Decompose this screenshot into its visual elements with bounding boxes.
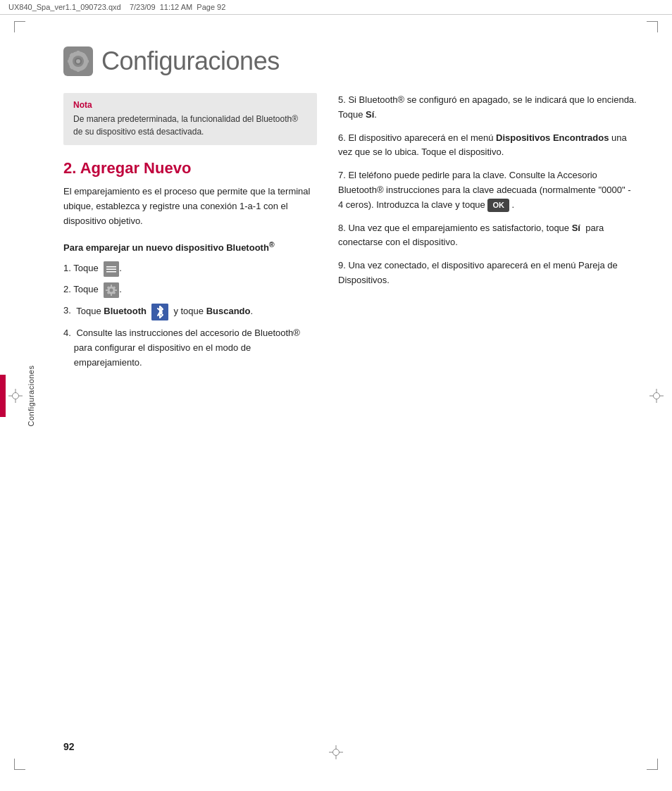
gear-icon-large xyxy=(63,46,93,76)
svg-rect-22 xyxy=(111,294,112,296)
side-tab-label: Configuraciones xyxy=(27,365,35,426)
right-step-7-text: 7. El teléfono puede pedirle para la cla… xyxy=(338,170,631,210)
step-3: 3. Toque Bluetooth y toque Buscando. xyxy=(63,304,317,320)
step-2-content: . xyxy=(104,282,317,298)
step-4-content: Consulte las instrucciones del accesorio… xyxy=(74,326,317,370)
left-column: Nota De manera predeterminada, la funcio… xyxy=(63,93,317,376)
section-body: El emparejamiento es el proceso que perm… xyxy=(63,185,317,228)
right-step-8: 8. Una vez que el emparejamiento es sati… xyxy=(338,221,637,251)
corner-mark-tr xyxy=(647,21,658,32)
right-step-9-text: 9. Una vez conectado, el dispositivo apa… xyxy=(338,260,618,285)
corner-mark-bl xyxy=(14,759,25,770)
right-step-5: 5. Si Bluetooth® se configuró en apagado… xyxy=(338,93,637,123)
corner-mark-tl xyxy=(14,21,25,32)
right-step-8-text: 8. Una vez que el emparejamiento es sati… xyxy=(338,223,604,248)
svg-rect-16 xyxy=(106,269,116,270)
right-step-6-text: 6. El dispositivo aparecerá en el menú D… xyxy=(338,132,627,158)
right-step-6: 6. El dispositivo aparecerá en el menú D… xyxy=(338,131,637,161)
right-step-7: 7. El teléfono puede pedirle para la cla… xyxy=(338,168,637,212)
step-2: 2. Toque xyxy=(63,282,317,298)
corner-mark-br xyxy=(647,759,658,770)
icon-menu xyxy=(104,261,119,277)
right-column: 5. Si Bluetooth® se configuró en apagado… xyxy=(338,93,637,376)
page-title-area: Configuraciones xyxy=(63,46,637,76)
right-step-5-text: 5. Si Bluetooth® se configuró en apagado… xyxy=(338,94,637,120)
right-step-9: 9. Una vez conectado, el dispositivo apa… xyxy=(338,259,637,288)
svg-rect-23 xyxy=(106,289,108,291)
subheading-text: Para emparejar un nuevo dispositivo Blue… xyxy=(63,242,275,253)
crosshair-right xyxy=(649,389,664,403)
step-2-num: 2. Toque xyxy=(63,282,101,297)
note-text: De manera predeterminada, la funcionalid… xyxy=(73,113,307,138)
step-4: 4. Consulte las instrucciones del acceso… xyxy=(63,326,317,370)
svg-rect-5 xyxy=(77,68,80,72)
header-time: 11:12 AM xyxy=(160,3,192,11)
note-title: Nota xyxy=(73,100,307,110)
subsection-heading: Para emparejar un nuevo dispositivo Blue… xyxy=(63,238,317,254)
side-tab-container: Configuraciones xyxy=(0,141,28,650)
side-tab-bar xyxy=(0,375,6,417)
main-content: Configuraciones Nota De manera predeterm… xyxy=(63,35,637,735)
section-heading: 2. Agregar Nuevo xyxy=(63,159,317,177)
header-date: 7/23/09 xyxy=(130,3,156,11)
svg-rect-4 xyxy=(77,51,80,54)
note-box: Nota De manera predeterminada, la funcio… xyxy=(63,93,317,145)
step-1-num: 1. Toque xyxy=(63,261,101,276)
svg-rect-17 xyxy=(106,271,116,273)
svg-rect-6 xyxy=(68,60,71,63)
header-spacer xyxy=(121,3,130,11)
header-filename: UX840_Spa_ver1.1_090723.qxd xyxy=(8,3,121,11)
step-1-content: . xyxy=(104,261,317,277)
page-number: 92 xyxy=(63,741,75,752)
svg-rect-15 xyxy=(106,266,116,268)
page-title: Configuraciones xyxy=(101,46,280,76)
svg-point-13 xyxy=(76,59,80,63)
header-page: Page 92 xyxy=(197,3,225,11)
svg-point-20 xyxy=(110,289,113,292)
icon-bluetooth xyxy=(151,304,168,320)
svg-rect-7 xyxy=(85,60,89,63)
ok-button: OK xyxy=(487,199,509,213)
two-col-layout: Nota De manera predeterminada, la funcio… xyxy=(63,93,637,376)
step-4-num: 4. xyxy=(63,326,71,341)
crosshair-bottom xyxy=(329,745,343,759)
step-3-content: Toque Bluetooth y toque Buscando. xyxy=(74,304,317,320)
step-3-num: 3. xyxy=(63,304,71,318)
icon-settings-small xyxy=(104,282,119,298)
svg-rect-21 xyxy=(111,285,112,287)
header-bar: UX840_Spa_ver1.1_090723.qxd 7/23/09 11:1… xyxy=(0,0,672,15)
svg-rect-24 xyxy=(115,289,117,291)
step-1: 1. Toque . xyxy=(63,261,317,277)
